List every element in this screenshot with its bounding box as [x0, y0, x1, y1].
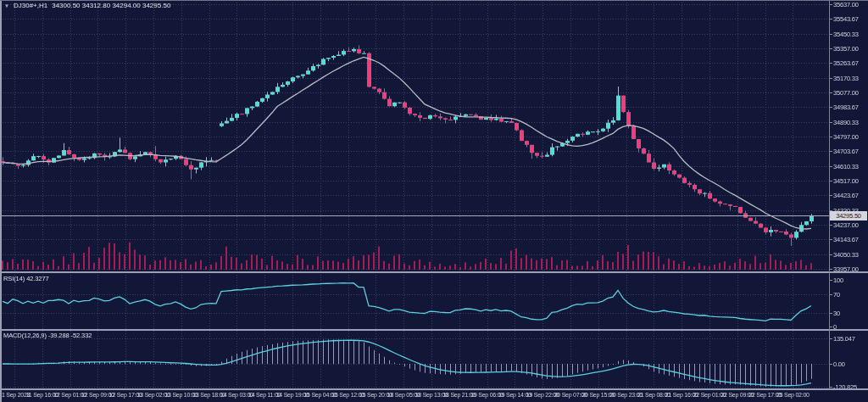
- rsi-indicator-label: RSI(14) 42.3277: [3, 275, 49, 282]
- macd-main-value: -39.288: [48, 332, 70, 339]
- panel-separator-rsi-macd[interactable]: [0, 329, 868, 331]
- macd-scale-label: 0.00: [833, 360, 868, 368]
- price-axis-label: 34703.67: [833, 148, 868, 155]
- price-axis-label: 35543.67: [833, 15, 868, 23]
- price-axis-label: 35357.00: [833, 45, 868, 53]
- price-axis-border: [829, 0, 830, 389]
- price-axis-label: 34983.67: [833, 103, 868, 111]
- rsi-scale-label: 30: [833, 310, 868, 317]
- price-axis-label: 34610.33: [833, 163, 868, 170]
- price-axis-label: 34237.00: [833, 221, 868, 229]
- chart-title: ▼ DJ30#+,H1 34300.50 34312.80 34294.00 3…: [4, 2, 170, 9]
- price-axis-label: 34797.00: [833, 133, 868, 141]
- rsi-scale-label: 70: [833, 291, 868, 299]
- chart-window: ▼ DJ30#+,H1 34300.50 34312.80 34294.00 3…: [0, 0, 868, 402]
- window-top-border: [0, 0, 868, 1]
- symbol-dropdown-icon[interactable]: ▼: [4, 3, 9, 9]
- macd-indicator-label: MACD(12,26,9) -39.288 -52.332: [3, 332, 92, 339]
- macd-scale-label: 135.047: [833, 335, 868, 343]
- price-axis-label: 35263.67: [833, 59, 868, 67]
- price-axis-label: 35077.00: [833, 89, 868, 97]
- price-chart-canvas[interactable]: [0, 0, 829, 389]
- macd-name: MACD(12,26,9): [3, 332, 47, 339]
- panel-separator-main-rsi[interactable]: [0, 271, 868, 273]
- rsi-scale-label: 100: [833, 276, 868, 284]
- rsi-name: RSI(14): [3, 275, 25, 282]
- price-axis-label: 34050.33: [833, 251, 868, 259]
- price-axis-label: 35637.00: [833, 1, 868, 8]
- price-axis-label: 35170.33: [833, 75, 868, 82]
- panel-separator-macd-time[interactable]: [0, 388, 868, 390]
- window-left-border: [0, 0, 2, 402]
- symbol-timeframe-label: DJ30#+,H1: [14, 2, 47, 9]
- price-axis-label: 35450.33: [833, 31, 868, 38]
- price-axis-label: 34143.67: [833, 236, 868, 243]
- current-price-tag: 34295.50: [830, 211, 867, 221]
- macd-signal-value: -52.332: [71, 332, 92, 339]
- time-axis[interactable]: 11 Sep 202311 Sep 16:0012 Sep 01:0012 Se…: [0, 390, 868, 402]
- price-axis-label: 34423.67: [833, 192, 868, 199]
- price-axis-label: 34517.00: [833, 177, 868, 185]
- ohlc-values: 34300.50 34312.80 34294.00 34295.50: [52, 2, 170, 9]
- rsi-value: 42.3277: [26, 275, 48, 282]
- time-axis-label: 25 Sep 02:00: [776, 392, 810, 398]
- price-axis-label: 34890.33: [833, 119, 868, 126]
